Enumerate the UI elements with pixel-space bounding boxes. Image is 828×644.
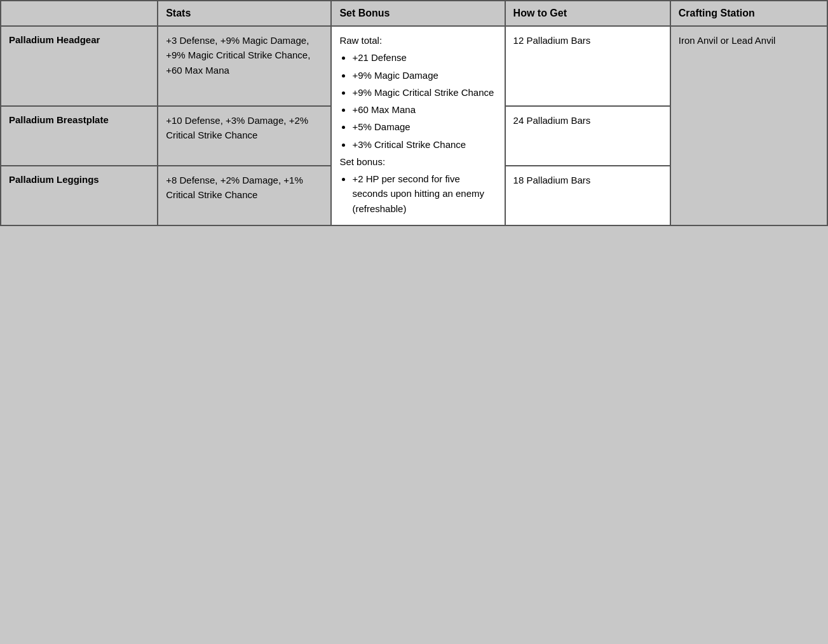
header-row: Stats Set Bonus How to Get Crafting Stat… (1, 1, 827, 26)
leggings-stats-cell: +8 Defense, +2% Damage, +1% Critical Str… (158, 166, 331, 225)
crafting-station-cell: Iron Anvil or Lead Anvil (670, 26, 827, 225)
leggings-name: Palladium Leggings (9, 174, 99, 185)
breastplate-htg-cell: 24 Palladium Bars (505, 106, 670, 166)
headgear-htg: 12 Palladium Bars (513, 35, 591, 46)
raw-bonus-list: +21 Defense +9% Magic Damage +9% Magic C… (339, 50, 496, 152)
headgear-htg-cell: 12 Palladium Bars (505, 26, 670, 106)
headgear-name-cell: Palladium Headgear (1, 26, 158, 106)
bonus-item-damage: +5% Damage (352, 119, 496, 134)
set-bonus-content: Raw total: +21 Defense +9% Magic Damage … (339, 33, 496, 216)
breastplate-name-cell: Palladium Breastplate (1, 106, 158, 166)
bonus-item-max-mana: +60 Max Mana (352, 102, 496, 117)
breastplate-name: Palladium Breastplate (9, 114, 109, 125)
palladium-table: Stats Set Bonus How to Get Crafting Stat… (0, 0, 828, 226)
header-set-bonus: Set Bonus (331, 1, 505, 26)
crafting-station-text: Iron Anvil or Lead Anvil (679, 35, 776, 46)
breastplate-stats: +10 Defense, +3% Damage, +2% Critical St… (166, 115, 308, 140)
headgear-stats-cell: +3 Defense, +9% Magic Damage, +9% Magic … (158, 26, 331, 106)
set-bonus-label: Set bonus: (339, 154, 496, 169)
breastplate-htg: 24 Palladium Bars (513, 115, 591, 126)
bonus-item-defense: +21 Defense (352, 50, 496, 65)
bonus-item-magic-crit: +9% Magic Critical Strike Chance (352, 85, 496, 100)
headgear-name: Palladium Headgear (9, 34, 100, 45)
raw-total-label: Raw total: (339, 33, 496, 48)
leggings-htg-cell: 18 Palladium Bars (505, 166, 670, 225)
leggings-htg: 18 Palladium Bars (513, 175, 591, 185)
set-bonus-list: +2 HP per second for five seconds upon h… (339, 171, 496, 216)
header-col0 (1, 1, 158, 26)
header-how-to-get: How to Get (505, 1, 670, 26)
set-bonus-hp-regen: +2 HP per second for five seconds upon h… (352, 171, 496, 216)
leggings-stats: +8 Defense, +2% Damage, +1% Critical Str… (166, 175, 303, 200)
header-stats: Stats (158, 1, 331, 26)
row-headgear: Palladium Headgear +3 Defense, +9% Magic… (1, 26, 827, 106)
headgear-stats: +3 Defense, +9% Magic Damage, +9% Magic … (166, 35, 310, 76)
set-bonus-cell: Raw total: +21 Defense +9% Magic Damage … (331, 26, 505, 225)
bonus-item-magic-damage: +9% Magic Damage (352, 68, 496, 83)
bonus-item-crit: +3% Critical Strike Chance (352, 137, 496, 152)
leggings-name-cell: Palladium Leggings (1, 166, 158, 225)
table-container: Stats Set Bonus How to Get Crafting Stat… (0, 0, 828, 644)
header-crafting-station: Crafting Station (670, 1, 827, 26)
breastplate-stats-cell: +10 Defense, +3% Damage, +2% Critical St… (158, 106, 331, 166)
